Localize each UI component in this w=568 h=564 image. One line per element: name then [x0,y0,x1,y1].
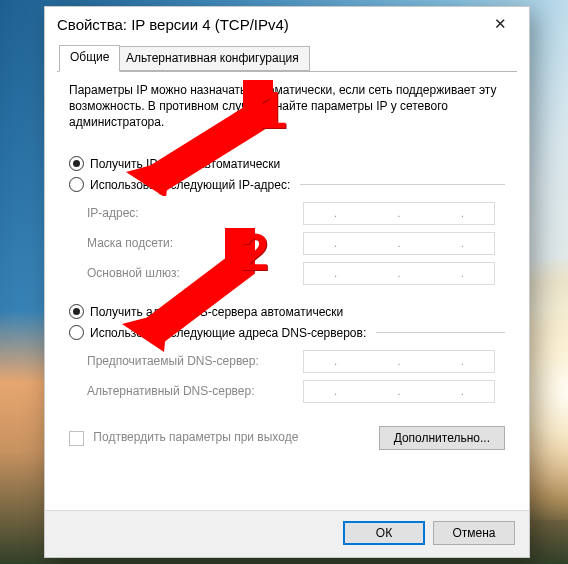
radio-icon [69,304,84,319]
titlebar: Свойства: IP версии 4 (TCP/IPv4) ✕ [45,7,529,41]
radio-ip-auto-label: Получить IP-адрес автоматически [90,157,280,171]
label-subnet-mask: Маска подсети: [87,236,295,250]
group-divider [376,332,505,333]
validate-checkbox[interactable]: Подтвердить параметры при выходе [69,430,298,445]
advanced-button-label: Дополнительно... [394,431,490,445]
group-divider [300,184,505,185]
ipv4-properties-dialog: Свойства: IP версии 4 (TCP/IPv4) ✕ Общие… [44,6,530,558]
radio-ip-manual[interactable]: Использовать следующий IP-адрес: [69,177,505,192]
close-button[interactable]: ✕ [481,10,519,38]
row-ip-address: IP-адрес: ... [87,198,505,228]
radio-icon [69,177,84,192]
tab-alternate-label: Альтернативная конфигурация [126,51,299,65]
window-title: Свойства: IP версии 4 (TCP/IPv4) [57,16,289,33]
input-alternate-dns: ... [303,380,495,403]
dns-fields-group: Предпочитаемый DNS-сервер: ... Альтернат… [87,346,505,406]
dialog-footer: ОК Отмена [45,510,529,557]
input-default-gateway: ... [303,262,495,285]
input-subnet-mask: ... [303,232,495,255]
radio-dns-manual-label: Использовать следующие адреса DNS-сервер… [90,326,366,340]
tab-content: Параметры IP можно назначать автоматичес… [45,72,529,510]
label-preferred-dns: Предпочитаемый DNS-сервер: [87,354,295,368]
label-alternate-dns: Альтернативный DNS-сервер: [87,384,295,398]
label-ip-address: IP-адрес: [87,206,295,220]
intro-text: Параметры IP можно назначать автоматичес… [69,82,505,130]
radio-ip-auto[interactable]: Получить IP-адрес автоматически [69,156,505,171]
tab-general[interactable]: Общие [59,45,120,72]
tabstrip: Общие Альтернативная конфигурация [57,45,517,72]
tab-general-label: Общие [70,50,109,64]
tab-alternate[interactable]: Альтернативная конфигурация [115,46,310,71]
close-icon: ✕ [494,15,507,33]
radio-ip-manual-label: Использовать следующий IP-адрес: [90,178,290,192]
radio-dns-manual[interactable]: Использовать следующие адреса DNS-сервер… [69,325,505,340]
row-alternate-dns: Альтернативный DNS-сервер: ... [87,376,505,406]
radio-icon [69,156,84,171]
validate-label: Подтвердить параметры при выходе [93,430,298,444]
input-preferred-dns: ... [303,350,495,373]
ip-fields-group: IP-адрес: ... Маска подсети: ... Основно… [87,198,505,288]
advanced-button[interactable]: Дополнительно... [379,426,505,450]
label-default-gateway: Основной шлюз: [87,266,295,280]
ok-button-label: ОК [376,526,392,540]
cancel-button-label: Отмена [452,526,495,540]
checkbox-icon [69,431,84,446]
row-preferred-dns: Предпочитаемый DNS-сервер: ... [87,346,505,376]
input-ip-address: ... [303,202,495,225]
bottom-row: Подтвердить параметры при выходе Дополни… [69,426,505,450]
row-subnet-mask: Маска подсети: ... [87,228,505,258]
radio-dns-auto-label: Получить адрес DNS-сервера автоматически [90,305,343,319]
row-default-gateway: Основной шлюз: ... [87,258,505,288]
cancel-button[interactable]: Отмена [433,521,515,545]
radio-dns-auto[interactable]: Получить адрес DNS-сервера автоматически [69,304,505,319]
ok-button[interactable]: ОК [343,521,425,545]
radio-icon [69,325,84,340]
